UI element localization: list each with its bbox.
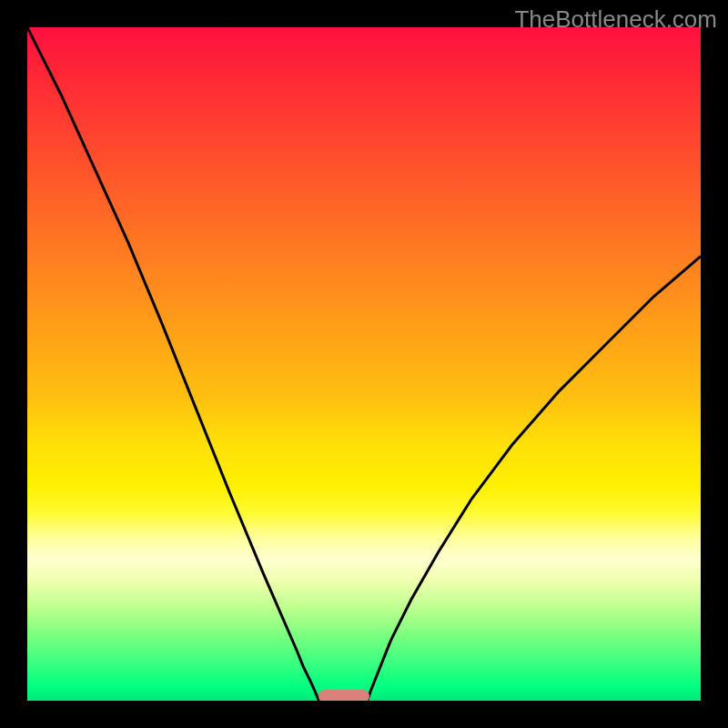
plot-area	[27, 27, 701, 701]
bottleneck-marker	[318, 690, 369, 701]
curves-svg	[27, 27, 701, 701]
left-curve	[27, 27, 318, 701]
chart-container: TheBottleneck.com	[0, 0, 728, 728]
right-curve	[368, 257, 701, 701]
watermark-text: TheBottleneck.com	[514, 5, 717, 34]
